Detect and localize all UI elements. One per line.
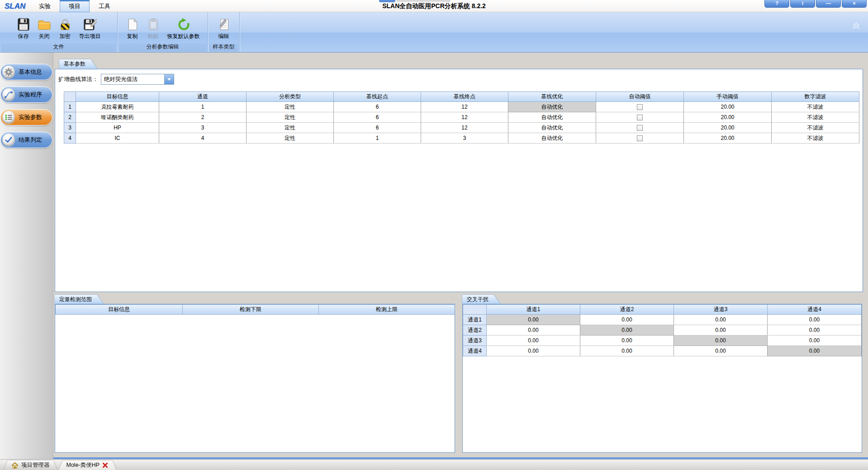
help-button[interactable]: ? bbox=[764, 0, 789, 8]
table-row: 4IC4定性13自动优化20.00不滤波 bbox=[64, 133, 859, 144]
combo-dropdown-button[interactable] bbox=[164, 74, 174, 84]
cell-baseline-start[interactable]: 1 bbox=[334, 133, 421, 144]
matrix-cell[interactable]: 0.00 bbox=[674, 346, 768, 356]
cell-channel[interactable]: 2 bbox=[159, 112, 247, 123]
close-button[interactable]: × bbox=[842, 0, 867, 8]
baseline-opt-cell[interactable]: 自动优化 bbox=[508, 102, 596, 112]
cell-type[interactable]: 定性 bbox=[247, 123, 334, 133]
matrix-cell[interactable]: 0.00 bbox=[580, 315, 674, 325]
matrix-cell[interactable]: 0.00 bbox=[580, 336, 674, 346]
ribbon-restore-button[interactable]: 恢复默认参数 bbox=[164, 16, 203, 41]
document-tab-1[interactable]: Mole-粪便HP bbox=[59, 460, 117, 470]
ribbon-export-button[interactable]: 导出项目 bbox=[76, 16, 104, 41]
quick-access-bar-gray bbox=[396, 0, 451, 2]
matrix-cell[interactable]: 0.00 bbox=[768, 325, 862, 336]
cell-baseline-start[interactable]: 6 bbox=[334, 102, 421, 112]
cross-interference-table: 通道1通道2通道3通道4通道10.000.000.000.00通道20.000.… bbox=[463, 304, 862, 356]
ribbon-lock-button[interactable]: 加密 bbox=[55, 16, 75, 41]
tab-quant-range[interactable]: 定量检测范围 bbox=[55, 295, 104, 304]
cell-target[interactable]: 克拉霉素耐药 bbox=[76, 102, 159, 112]
menu-project[interactable]: 项目 bbox=[60, 0, 90, 12]
document-tab-0[interactable]: 项目管理器 bbox=[4, 460, 57, 470]
matrix-cell[interactable]: 0.00 bbox=[580, 346, 674, 356]
baseline-opt-cell[interactable]: 自动优化 bbox=[508, 133, 596, 144]
matrix-cell[interactable]: 0.00 bbox=[487, 325, 580, 336]
matrix-cell[interactable]: 0.00 bbox=[768, 336, 862, 346]
cell-target[interactable]: 喹诺酮类耐药 bbox=[76, 112, 159, 123]
algorithm-select[interactable]: 绝对荧光值法 bbox=[101, 74, 174, 85]
cell-filter[interactable]: 不滤波 bbox=[772, 133, 859, 144]
cell-baseline-end[interactable]: 3 bbox=[421, 133, 508, 144]
cell-channel[interactable]: 3 bbox=[159, 123, 247, 133]
cell-type[interactable]: 定性 bbox=[247, 102, 334, 112]
cell-filter[interactable]: 不滤波 bbox=[772, 123, 859, 133]
matrix-row-header: 通道4 bbox=[463, 346, 487, 356]
matrix-cell[interactable]: 0.00 bbox=[674, 325, 768, 336]
tab-basic-params[interactable]: 基本参数 bbox=[59, 59, 97, 69]
menu-experiment[interactable]: 实验 bbox=[30, 0, 60, 12]
cell-manual-threshold[interactable]: 20.00 bbox=[684, 133, 772, 144]
cell-target[interactable]: HP bbox=[76, 123, 159, 133]
document-tab-bar: 项目管理器Mole-粪便HP bbox=[0, 459, 868, 470]
ribbon-group-buttons: 复制粘贴恢复默认参数 bbox=[118, 12, 208, 43]
baseline-opt-cell[interactable]: 自动优化 bbox=[508, 112, 596, 123]
close-tab-icon[interactable] bbox=[102, 462, 109, 469]
auto-threshold-checkbox[interactable] bbox=[637, 104, 643, 110]
matrix-cell[interactable]: 0.00 bbox=[674, 336, 768, 346]
cell-target[interactable]: IC bbox=[76, 133, 159, 144]
quant-range-table: 目标信息检测下限检测上限 bbox=[55, 304, 455, 315]
cell-baseline-end[interactable]: 12 bbox=[421, 123, 508, 133]
ribbon-copy-button[interactable]: 复制 bbox=[123, 16, 142, 41]
matrix-cell[interactable]: 0.00 bbox=[768, 346, 862, 356]
cell-channel[interactable]: 4 bbox=[159, 133, 247, 144]
column-header: 检测下限 bbox=[183, 305, 319, 315]
matrix-cell[interactable]: 0.00 bbox=[487, 315, 580, 325]
cell-channel[interactable]: 1 bbox=[159, 102, 247, 112]
sidebar-item-label: 基本信息 bbox=[19, 68, 42, 76]
matrix-cell[interactable]: 0.00 bbox=[674, 315, 768, 325]
column-header: 通道2 bbox=[580, 305, 674, 315]
baseline-opt-cell[interactable]: 自动优化 bbox=[508, 123, 596, 133]
sidebar-item-list[interactable]: 实验参数 bbox=[1, 110, 52, 125]
info-button[interactable]: i bbox=[790, 0, 815, 8]
cell-manual-threshold[interactable]: 20.00 bbox=[684, 112, 772, 123]
table-row: 1克拉霉素耐药1定性612自动优化20.00不滤波 bbox=[64, 102, 859, 112]
sidebar-item-curve[interactable]: 实验程序 bbox=[1, 87, 52, 102]
matrix-cell[interactable]: 0.00 bbox=[580, 325, 674, 336]
cell-manual-threshold[interactable]: 20.00 bbox=[684, 102, 772, 112]
matrix-row: 通道30.000.000.000.00 bbox=[463, 336, 862, 346]
document-tab-wrap: 项目管理器 bbox=[4, 460, 57, 470]
column-header: 分析类型 bbox=[247, 92, 334, 102]
sidebar-item-check[interactable]: 结果判定 bbox=[1, 132, 52, 148]
cell-manual-threshold[interactable]: 20.00 bbox=[684, 123, 772, 133]
matrix-cell[interactable]: 0.00 bbox=[487, 336, 580, 346]
corner-cell bbox=[64, 92, 76, 102]
save-icon bbox=[17, 18, 30, 31]
cell-baseline-end[interactable]: 12 bbox=[421, 102, 508, 112]
chevron-down-icon bbox=[167, 78, 171, 82]
collapse-ribbon-button[interactable] bbox=[852, 22, 861, 29]
cell-baseline-end[interactable]: 12 bbox=[421, 112, 508, 123]
auto-threshold-checkbox[interactable] bbox=[637, 125, 643, 131]
algorithm-row: 扩增曲线算法： 绝对荧光值法 bbox=[58, 74, 174, 85]
ribbon-group-label: 样本类型 bbox=[209, 43, 238, 52]
menu-tools[interactable]: 工具 bbox=[90, 0, 119, 12]
cell-type[interactable]: 定性 bbox=[247, 133, 334, 144]
matrix-cell[interactable]: 0.00 bbox=[487, 346, 580, 356]
cell-baseline-start[interactable]: 6 bbox=[334, 123, 421, 133]
auto-threshold-checkbox[interactable] bbox=[637, 135, 643, 141]
algorithm-selected-value: 绝对荧光值法 bbox=[101, 74, 164, 84]
sidebar-item-gear[interactable]: 基本信息 bbox=[1, 64, 52, 80]
ribbon-folder-button[interactable]: 关闭 bbox=[34, 16, 54, 41]
minimize-button[interactable]: — bbox=[816, 0, 841, 8]
cell-baseline-start[interactable]: 6 bbox=[334, 112, 421, 123]
tab-cross-interference[interactable]: 交叉干扰 bbox=[462, 295, 500, 304]
matrix-cell[interactable]: 0.00 bbox=[768, 315, 862, 325]
cell-filter[interactable]: 不滤波 bbox=[772, 112, 859, 123]
row-number-cell: 1 bbox=[64, 102, 76, 112]
auto-threshold-checkbox[interactable] bbox=[637, 115, 643, 120]
ribbon-edit-button[interactable]: 编辑 bbox=[214, 16, 234, 41]
cell-type[interactable]: 定性 bbox=[247, 112, 334, 123]
cell-filter[interactable]: 不滤波 bbox=[772, 102, 859, 112]
ribbon-save-button[interactable]: 保存 bbox=[14, 16, 33, 41]
